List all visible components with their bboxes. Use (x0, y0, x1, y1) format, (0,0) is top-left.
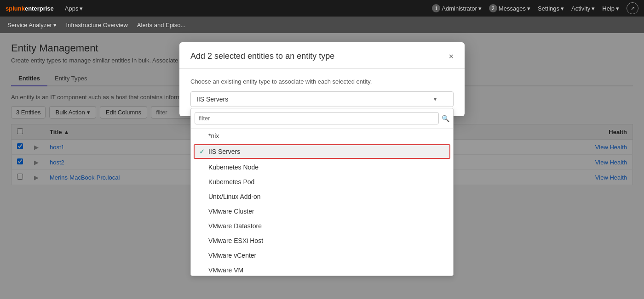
top-nav-right: 1 Administrator ▾ 2 Messages ▾ Settings … (432, 2, 638, 14)
check-icon: ✓ (199, 148, 205, 155)
dropdown-item[interactable]: *nix (191, 129, 453, 143)
help-menu[interactable]: Help ▾ (602, 5, 619, 12)
service-analyzer-menu[interactable]: Service Analyzer ▾ (7, 22, 57, 28)
chevron-down-icon: ▾ (592, 5, 595, 12)
dropdown-item-iis-servers[interactable]: ✓ IIS Servers (194, 144, 450, 159)
dropdown-list: *nix ✓ IIS Servers Kubernetes Node (191, 129, 453, 276)
dropdown-panel: 🔍 *nix ✓ IIS Servers (190, 108, 454, 276)
chevron-down-icon: ▾ (53, 22, 57, 28)
modal-close-button[interactable]: × (448, 52, 454, 61)
alerts-episodes-link[interactable]: Alerts and Episo... (137, 22, 186, 28)
page-content: Entity Management Create entity types to… (0, 33, 644, 299)
user-avatar[interactable]: ↗ (627, 2, 638, 14)
chevron-down-icon: ▾ (527, 5, 530, 12)
activity-menu[interactable]: Activity ▾ (571, 5, 595, 12)
dropdown-item[interactable]: VMware Cluster (191, 204, 453, 219)
modal-overlay: Add 2 selected entities to an entity typ… (0, 33, 644, 299)
chevron-down-icon: ▾ (80, 5, 83, 12)
splunk-logo: splunkenterprise (6, 5, 54, 12)
modal-header: Add 2 selected entities to an entity typ… (179, 42, 465, 69)
search-icon: 🔍 (442, 115, 449, 122)
dropdown-item[interactable]: VMware ESXi Host (191, 233, 453, 248)
dropdown-item[interactable]: VMware VM (191, 263, 453, 276)
messages-menu[interactable]: 2 Messages ▾ (489, 4, 530, 12)
infrastructure-overview-link[interactable]: Infrastructure Overview (66, 22, 127, 28)
modal-description: Choose an existing entity type to associ… (190, 78, 454, 85)
modal-title: Add 2 selected entities to an entity typ… (190, 51, 334, 61)
dropdown-filter-input[interactable] (195, 112, 439, 124)
chevron-down-icon: ▾ (478, 5, 482, 12)
dropdown-selected-value[interactable]: IIS Servers ▾ (190, 91, 454, 107)
admin-menu[interactable]: 1 Administrator ▾ (432, 4, 482, 12)
dropdown-filter-row: 🔍 (191, 108, 453, 129)
sub-nav: Service Analyzer ▾ Infrastructure Overvi… (0, 17, 644, 33)
dropdown-item[interactable]: Kubernetes Pod (191, 175, 453, 189)
dropdown-item[interactable]: VMware Datastore (191, 219, 453, 233)
dropdown-item[interactable]: Unix/Linux Add-on (191, 189, 453, 204)
top-nav: splunkenterprise Apps ▾ 1 Administrator … (0, 0, 644, 17)
chevron-down-icon: ▾ (434, 96, 437, 102)
chevron-down-icon: ▾ (561, 5, 564, 12)
dropdown-item[interactable]: VMware vCenter (191, 248, 453, 263)
modal-dialog: Add 2 selected entities to an entity typ… (179, 42, 465, 116)
apps-menu[interactable]: Apps ▾ (65, 5, 83, 12)
chevron-down-icon: ▾ (616, 5, 619, 12)
modal-body: Choose an existing entity type to associ… (179, 69, 465, 116)
dropdown-item[interactable]: Kubernetes Node (191, 160, 453, 175)
entity-type-dropdown: IIS Servers ▾ 🔍 *nix (190, 91, 454, 107)
settings-menu[interactable]: Settings ▾ (538, 5, 564, 12)
